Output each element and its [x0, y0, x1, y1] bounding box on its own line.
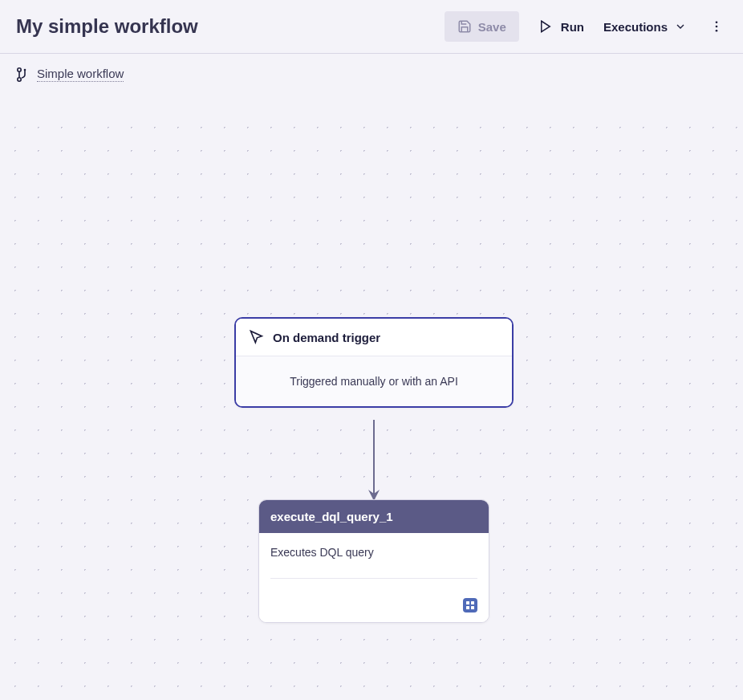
- header-bar: My simple workflow Save Run Executions: [0, 0, 743, 54]
- svg-point-6: [24, 68, 26, 71]
- svg-rect-9: [471, 601, 474, 604]
- run-label: Run: [561, 20, 584, 34]
- trigger-node-header: On demand trigger: [236, 319, 512, 356]
- workflow-icon: [16, 67, 27, 82]
- save-icon: [457, 19, 472, 34]
- save-button[interactable]: Save: [445, 11, 519, 42]
- cursor-icon: [249, 329, 265, 345]
- play-icon: [538, 19, 553, 34]
- breadcrumb: Simple workflow: [0, 54, 743, 95]
- svg-rect-8: [466, 601, 469, 604]
- app-badge-icon: [463, 598, 477, 612]
- trigger-node[interactable]: On demand trigger Triggered manually or …: [234, 317, 514, 408]
- svg-marker-0: [542, 21, 550, 32]
- save-label: Save: [478, 20, 506, 34]
- executions-button[interactable]: Executions: [603, 20, 687, 34]
- svg-point-2: [716, 26, 718, 28]
- svg-point-4: [18, 67, 21, 71]
- workflow-canvas[interactable]: On demand trigger Triggered manually or …: [0, 112, 743, 700]
- header-actions: Save Run Executions: [445, 11, 727, 42]
- query-node-title: execute_dql_query_1: [270, 510, 477, 523]
- trigger-node-description: Triggered manually or with an API: [249, 375, 499, 388]
- breadcrumb-item[interactable]: Simple workflow: [37, 67, 124, 82]
- query-node-header: execute_dql_query_1: [259, 500, 489, 533]
- run-button[interactable]: Run: [538, 19, 584, 34]
- more-menu-button[interactable]: [706, 16, 727, 37]
- chevron-down-icon: [674, 20, 687, 33]
- query-node-description: Executes DQL query: [270, 546, 477, 579]
- svg-point-1: [716, 21, 718, 23]
- trigger-node-body: Triggered manually or with an API: [236, 356, 512, 406]
- svg-point-5: [18, 77, 21, 80]
- query-node[interactable]: execute_dql_query_1 Executes DQL query: [258, 499, 489, 623]
- svg-rect-10: [466, 606, 469, 609]
- query-node-body: Executes DQL query: [259, 533, 489, 592]
- node-connector: [373, 420, 375, 499]
- executions-label: Executions: [603, 20, 668, 34]
- trigger-node-title: On demand trigger: [273, 331, 380, 344]
- workflow-title: My simple workflow: [16, 15, 198, 38]
- query-node-footer: [259, 592, 489, 622]
- svg-rect-11: [471, 606, 474, 609]
- svg-point-3: [716, 30, 718, 32]
- more-vertical-icon: [709, 19, 724, 34]
